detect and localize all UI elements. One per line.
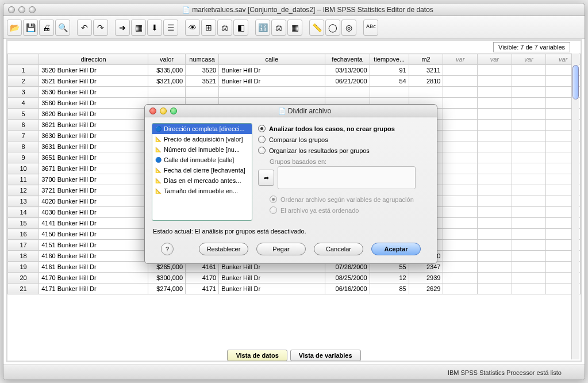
cell[interactable] (512, 229, 546, 240)
cell[interactable]: $274,000 (148, 284, 185, 294)
cell[interactable] (443, 152, 478, 163)
table-row[interactable]: 23521 Bunker Hill Dr$321,0003521Bunker H… (8, 76, 581, 87)
cell[interactable] (512, 65, 546, 76)
table-row[interactable]: 214171 Bunker Hill Dr$274,0004171Bunker … (8, 284, 581, 294)
cell[interactable] (512, 87, 546, 98)
dialog-zoom-icon[interactable] (170, 108, 177, 114)
ok-button[interactable]: Aceptar (371, 243, 421, 255)
redo-icon[interactable]: ↷ (93, 20, 108, 36)
variable-list-item[interactable]: 📐Días en el mercado antes... (152, 175, 252, 186)
cell[interactable]: 3560 Bunker Hill Dr (39, 98, 148, 109)
cell[interactable] (512, 262, 546, 273)
cell[interactable]: 3651 Bunker Hill Dr (39, 152, 148, 163)
cell[interactable] (148, 87, 185, 98)
scale-icon[interactable]: ⚖ (271, 20, 286, 36)
cell[interactable] (512, 218, 546, 229)
split-icon[interactable]: ⊞ (201, 20, 216, 36)
cell[interactable] (512, 131, 546, 141)
column-header[interactable]: tiempove... (370, 54, 409, 65)
cell[interactable] (443, 284, 478, 294)
table-row[interactable]: 13520 Bunker Hill Dr$335,0003520Bunker H… (8, 65, 581, 76)
weight-icon[interactable]: ⚖ (217, 20, 232, 36)
cell[interactable]: 4151 Bunker Hill Dr (39, 240, 148, 251)
cell[interactable]: 2629 (409, 284, 443, 294)
cell[interactable]: 4141 Bunker Hill Dr (39, 218, 148, 229)
cell[interactable] (478, 262, 512, 273)
cell[interactable]: 3620 Bunker Hill Dr (39, 109, 148, 120)
cell[interactable] (478, 273, 512, 284)
dialog-minimize-icon[interactable] (160, 108, 167, 114)
column-header[interactable]: var (478, 54, 512, 65)
cell[interactable] (478, 141, 512, 152)
radio-organize-groups[interactable] (258, 147, 266, 154)
cancel-button[interactable]: Cancelar (314, 243, 363, 255)
preview-icon[interactable]: 🔍 (55, 20, 70, 36)
circles-icon[interactable]: ◯ (325, 20, 340, 36)
cell[interactable] (512, 207, 546, 218)
find-icon[interactable]: 👁 (185, 20, 200, 36)
cell[interactable] (443, 76, 478, 87)
radio-analyze-all[interactable] (258, 125, 266, 132)
cell[interactable]: 12 (370, 273, 409, 284)
cell[interactable] (478, 76, 512, 87)
minimize-icon[interactable] (18, 6, 25, 13)
cell[interactable] (512, 273, 546, 284)
cell[interactable]: 3530 Bunker Hill Dr (39, 87, 148, 98)
cell[interactable] (512, 163, 546, 174)
reset-button[interactable]: Restablecer (199, 243, 248, 255)
cell[interactable] (512, 76, 546, 87)
cell[interactable]: 3520 (186, 65, 219, 76)
cell[interactable] (443, 87, 478, 98)
cell[interactable] (512, 98, 546, 109)
cell[interactable] (443, 174, 478, 185)
value-labels-icon[interactable]: 🔢 (255, 20, 270, 36)
variable-list[interactable]: 🔵Dirección completa [direcci...📐Precio d… (152, 123, 252, 221)
tab-data-view[interactable]: Vista de datos (227, 350, 287, 361)
cell[interactable] (443, 240, 478, 251)
cell[interactable]: $321,000 (148, 76, 185, 87)
window-controls[interactable] (8, 6, 36, 13)
cell[interactable]: 2939 (409, 273, 443, 284)
column-header[interactable]: var (443, 54, 478, 65)
cell[interactable] (325, 87, 370, 98)
cell[interactable]: 06/16/2000 (325, 284, 370, 294)
grid-icon[interactable]: ▦ (287, 20, 302, 36)
cell[interactable] (443, 185, 478, 196)
dialog-window-controls[interactable] (149, 108, 177, 114)
cell[interactable]: Bunker Hill Dr (219, 273, 325, 284)
move-variable-button[interactable]: ➦ (258, 170, 274, 186)
cell[interactable] (443, 141, 478, 152)
undo-icon[interactable]: ↶ (77, 20, 92, 36)
goto-icon[interactable]: ➜ (115, 20, 130, 36)
cell[interactable]: 3211 (409, 65, 443, 76)
cell[interactable] (512, 152, 546, 163)
insert-case-icon[interactable]: ☰ (163, 20, 178, 36)
cell[interactable]: 4161 Bunker Hill Dr (39, 262, 148, 273)
cell[interactable]: 3631 Bunker Hill Dr (39, 141, 148, 152)
print-icon[interactable]: 🖨 (39, 20, 54, 36)
cell[interactable] (512, 240, 546, 251)
cell[interactable] (478, 251, 512, 262)
cell[interactable]: 54 (370, 76, 409, 87)
cell[interactable] (512, 109, 546, 120)
vars-icon[interactable]: ▦ (131, 20, 146, 36)
cell[interactable] (478, 109, 512, 120)
cell[interactable] (478, 98, 512, 109)
ruler-icon[interactable]: 📏 (309, 20, 324, 36)
cell[interactable] (443, 196, 478, 207)
cell[interactable]: 3671 Bunker Hill Dr (39, 163, 148, 174)
scroll-thumb[interactable] (572, 65, 579, 99)
cell[interactable]: 3520 Bunker Hill Dr (39, 65, 148, 76)
cell[interactable] (512, 185, 546, 196)
paste-button[interactable]: Pegar (256, 243, 306, 255)
table-row[interactable]: 204170 Bunker Hill Dr$300,0004170Bunker … (8, 273, 581, 284)
cell[interactable]: 4020 Bunker Hill Dr (39, 196, 148, 207)
column-header[interactable]: numcasa (186, 54, 219, 65)
cell[interactable] (478, 163, 512, 174)
column-header[interactable]: fechaventa (325, 54, 370, 65)
close-icon[interactable] (8, 6, 15, 13)
cell[interactable] (512, 196, 546, 207)
help-button[interactable]: ? (161, 243, 174, 255)
cell[interactable] (443, 218, 478, 229)
spellcheck-icon[interactable]: ᴬᴮᶜ (363, 20, 378, 36)
